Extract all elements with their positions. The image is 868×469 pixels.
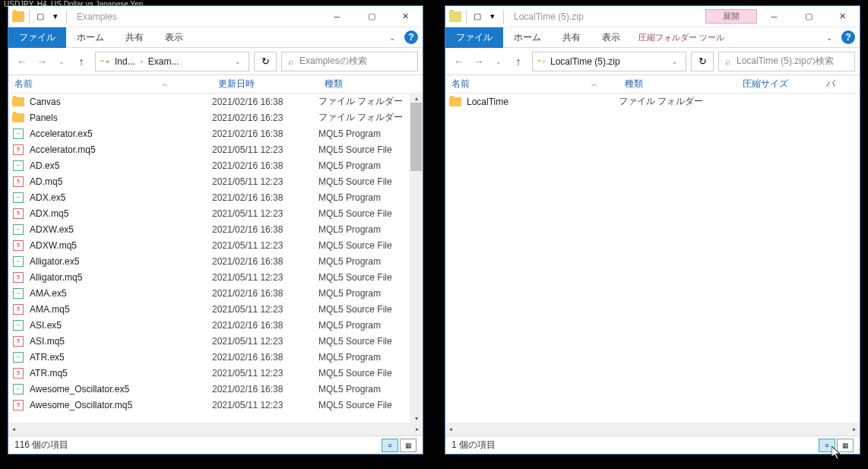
nav-history-dropdown[interactable]: ⌄ xyxy=(489,52,508,71)
scroll-left-icon[interactable]: ◂ xyxy=(445,426,456,433)
file-type: MQL5 Program xyxy=(318,128,420,139)
minimize-button[interactable]: ─ xyxy=(320,7,354,27)
ex5-icon: ~ xyxy=(11,128,25,140)
file-row[interactable]: 5AMA.mq52021/05/11 12:23MQL5 Source File xyxy=(8,301,423,317)
ribbon-home-tab[interactable]: ホーム xyxy=(503,27,552,48)
ribbon-share-tab[interactable]: 共有 xyxy=(115,27,154,48)
file-row[interactable]: Canvas2021/02/16 16:38ファイル フォルダー xyxy=(8,93,423,109)
file-row[interactable]: 5AD.mq52021/05/11 12:23MQL5 Source File xyxy=(8,173,423,189)
horizontal-scrollbar[interactable]: ◂ ▸ xyxy=(445,423,860,436)
chevron-right-icon[interactable]: › xyxy=(138,58,145,65)
nav-back-button[interactable]: ← xyxy=(450,52,468,71)
address-bar[interactable]: › LocalTime (5).zip ⌄ xyxy=(532,52,686,71)
close-button[interactable]: ✕ xyxy=(388,7,423,27)
address-dropdown-icon[interactable]: ⌄ xyxy=(664,58,686,65)
file-list[interactable]: Canvas2021/02/16 16:38ファイル フォルダーPanels20… xyxy=(8,93,423,423)
horizontal-scrollbar[interactable]: ◂ ▸ xyxy=(8,423,423,436)
file-row[interactable]: 5ADX.mq52021/05/11 12:23MQL5 Source File xyxy=(8,205,423,221)
column-headers: 名前︿ 更新日時 種類 xyxy=(8,75,423,93)
details-view-button[interactable]: ≡ xyxy=(382,439,398,452)
maximize-button[interactable]: ▢ xyxy=(791,7,825,27)
maximize-button[interactable]: ▢ xyxy=(354,7,388,27)
column-header-type[interactable]: 種類 xyxy=(619,78,737,90)
vertical-scrollbar[interactable]: ▴ ▾ xyxy=(410,93,423,423)
titlebar[interactable]: ▢ ▾ Examples ─ ▢ ✕ xyxy=(8,6,423,27)
scroll-left-icon[interactable]: ◂ xyxy=(8,426,19,433)
scroll-right-icon[interactable]: ▸ xyxy=(412,426,423,433)
file-row[interactable]: ~ADXW.ex52021/02/16 16:38MQL5 Program xyxy=(8,221,423,237)
search-input[interactable]: ⌕ Examplesの検索 xyxy=(281,52,418,71)
file-row[interactable]: 5ASI.mq52021/05/11 12:23MQL5 Source File xyxy=(8,333,423,349)
ribbon-expand-icon[interactable]: ⌄ xyxy=(822,33,837,42)
file-row[interactable]: ~AMA.ex52021/02/16 16:38MQL5 Program xyxy=(8,285,423,301)
chevron-right-icon[interactable]: › xyxy=(540,58,547,65)
ribbon-expand-icon[interactable]: ⌄ xyxy=(385,33,400,42)
ribbon-compressed-tools-tab[interactable]: 圧縮フォルダー ツール xyxy=(631,30,732,46)
scroll-up-icon[interactable]: ▴ xyxy=(410,93,423,103)
status-bar: 116 個の項目 ≡ ▦ xyxy=(8,436,423,454)
column-header-size[interactable]: 圧縮サイズ xyxy=(737,78,820,90)
file-row[interactable]: 5ADXW.mq52021/05/11 12:23MQL5 Source Fil… xyxy=(8,237,423,253)
file-row[interactable]: ~Accelerator.ex52021/02/16 16:38MQL5 Pro… xyxy=(8,125,423,141)
file-row[interactable]: ~ADX.ex52021/02/16 16:38MQL5 Program xyxy=(8,189,423,205)
breadcrumb-segment[interactable]: LocalTime (5).zip xyxy=(547,56,623,67)
file-row[interactable]: LocalTimeファイル フォルダー xyxy=(445,93,860,109)
nav-back-button[interactable]: ← xyxy=(13,52,31,71)
column-header-name[interactable]: 名前︿ xyxy=(445,78,619,90)
nav-up-button[interactable]: ↑ xyxy=(72,52,90,71)
file-row[interactable]: ~ATR.ex52021/02/16 16:38MQL5 Program xyxy=(8,349,423,365)
refresh-button[interactable]: ↻ xyxy=(691,52,714,71)
file-row[interactable]: 5ATR.mq52021/05/11 12:23MQL5 Source File xyxy=(8,365,423,381)
file-row[interactable]: 5Alligator.mq52021/05/11 12:23MQL5 Sourc… xyxy=(8,269,423,285)
qat-properties-icon[interactable]: ▢ xyxy=(470,10,484,24)
help-icon[interactable]: ? xyxy=(404,30,418,44)
icons-view-button[interactable]: ▦ xyxy=(837,439,854,452)
ribbon-share-tab[interactable]: 共有 xyxy=(552,27,591,48)
qat-new-folder-icon[interactable]: ▾ xyxy=(49,10,62,24)
nav-up-button[interactable]: ↑ xyxy=(509,52,527,71)
column-header-type[interactable]: 種類 xyxy=(318,78,423,90)
file-type: MQL5 Source File xyxy=(318,368,420,379)
nav-history-dropdown[interactable]: ⌄ xyxy=(52,52,71,71)
file-type: ファイル フォルダー xyxy=(318,111,420,124)
file-row[interactable]: ~Awesome_Oscillator.ex52021/02/16 16:38M… xyxy=(8,381,423,397)
column-header-date[interactable]: 更新日時 xyxy=(212,78,318,90)
titlebar[interactable]: ▢ ▾ LocalTime (5).zip 展開 ─ ▢ ✕ xyxy=(445,6,860,27)
ribbon-view-tab[interactable]: 表示 xyxy=(154,27,194,48)
file-row[interactable]: ~Alligator.ex52021/02/16 16:38MQL5 Progr… xyxy=(8,253,423,269)
file-row[interactable]: Panels2021/02/16 16:23ファイル フォルダー xyxy=(8,109,423,125)
scroll-thumb[interactable] xyxy=(410,103,422,171)
qat-new-folder-icon[interactable]: ▾ xyxy=(486,10,499,24)
file-row[interactable]: 5Awesome_Oscillator.mq52021/05/11 12:23M… xyxy=(8,397,423,413)
ribbon-file-tab[interactable]: ファイル xyxy=(8,27,66,48)
nav-forward-button[interactable]: → xyxy=(33,52,51,71)
file-list[interactable]: LocalTimeファイル フォルダー xyxy=(445,93,860,423)
address-dropdown-icon[interactable]: ⌄ xyxy=(227,58,249,65)
scroll-right-icon[interactable]: ▸ xyxy=(849,426,860,433)
column-header-password[interactable]: パ xyxy=(820,78,843,90)
ribbon-file-tab[interactable]: ファイル xyxy=(445,27,503,48)
file-date: 2021/05/11 12:23 xyxy=(212,304,318,315)
close-button[interactable]: ✕ xyxy=(825,7,860,27)
file-row[interactable]: 5Accelerator.mq52021/05/11 12:23MQL5 Sou… xyxy=(8,141,423,157)
scroll-down-icon[interactable]: ▾ xyxy=(410,414,423,423)
contextual-tab-extract[interactable]: 展開 xyxy=(705,9,757,24)
ribbon-home-tab[interactable]: ホーム xyxy=(66,27,115,48)
refresh-button[interactable]: ↻ xyxy=(254,52,277,71)
file-row[interactable]: ~AD.ex52021/02/16 16:38MQL5 Program xyxy=(8,157,423,173)
help-icon[interactable]: ? xyxy=(841,30,855,44)
nav-forward-button[interactable]: → xyxy=(470,52,488,71)
breadcrumb-segment[interactable]: Ind... xyxy=(112,56,138,67)
details-view-button[interactable]: ≡ xyxy=(819,439,835,452)
search-input[interactable]: ⌕ LocalTime (5).zipの検索 xyxy=(718,52,855,71)
ribbon-view-tab[interactable]: 表示 xyxy=(591,27,631,48)
minimize-button[interactable]: ─ xyxy=(757,7,791,27)
qat-properties-icon[interactable]: ▢ xyxy=(33,10,47,24)
icons-view-button[interactable]: ▦ xyxy=(400,439,417,452)
column-header-name[interactable]: 名前︿ xyxy=(8,78,212,90)
address-bar[interactable]: « Ind... › Exam... ⌄ xyxy=(95,52,249,71)
breadcrumb-segment[interactable]: Exam... xyxy=(145,56,182,67)
chevron-right-icon[interactable]: « xyxy=(103,58,112,65)
file-row[interactable]: ~ASI.ex52021/02/16 16:38MQL5 Program xyxy=(8,317,423,333)
file-name: Alligator.ex5 xyxy=(30,256,212,267)
